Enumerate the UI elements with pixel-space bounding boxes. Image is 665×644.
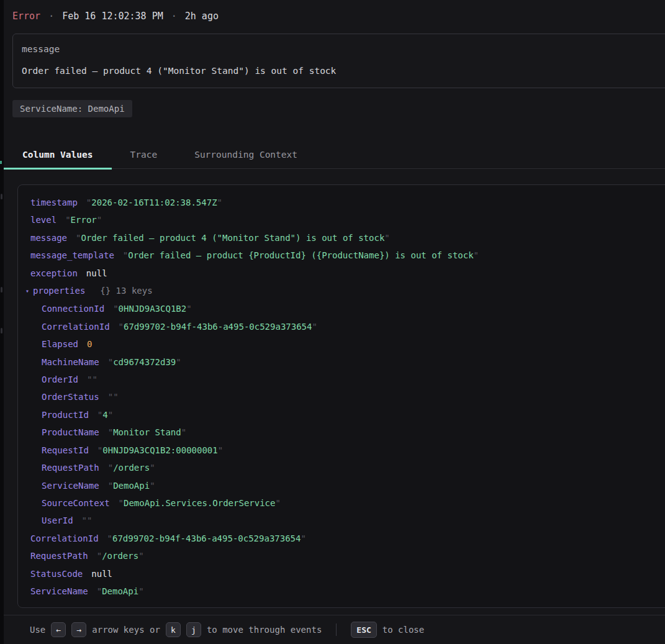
property-row-Elapsed: Elapsed0 <box>30 335 665 353</box>
k-key-icon: k <box>166 622 181 637</box>
property-key: StatusCode <box>30 569 83 579</box>
keyboard-hints-footer: Use ← → arrow keys or k j to move throug… <box>4 615 665 644</box>
property-key: OrderId <box>42 374 78 384</box>
property-key: RequestId <box>42 445 89 455</box>
footer-close-text: to close <box>382 625 424 635</box>
property-key: Elapsed <box>42 339 78 349</box>
property-value: "cd9674372d39" <box>108 357 181 367</box>
property-value: "Error" <box>65 215 102 225</box>
footer-move-text: to move through events <box>207 625 322 635</box>
property-row-ServiceName: ServiceName"DemoApi" <box>30 477 665 494</box>
event-level-label: Error <box>12 11 40 22</box>
detail-tabs: Column ValuesTraceSurrounding Context <box>4 143 665 169</box>
footer-or-text: arrow keys or <box>92 625 160 635</box>
property-row-UserId: UserId"" <box>30 512 665 529</box>
property-value: "Order failed — product {ProductId} ({Pr… <box>123 250 479 260</box>
property-key: OrderStatus <box>42 392 99 402</box>
tab-surrounding-context[interactable]: Surrounding Context <box>176 143 316 168</box>
property-value: "Monitor Stand" <box>108 427 186 437</box>
property-row-ProductId: ProductId"4" <box>30 406 665 424</box>
collapse-caret-icon[interactable]: ▾ <box>25 283 29 300</box>
property-key: properties <box>33 286 85 296</box>
property-key: message <box>30 233 67 243</box>
message-card: message Order failed — product 4 ("Monit… <box>12 34 665 88</box>
property-key: RequestPath <box>42 463 99 473</box>
property-key: UserId <box>42 515 73 525</box>
event-detail-content: Error · Feb 16 12:02:38 PM · 2h ago mess… <box>4 0 665 615</box>
property-value: "DemoApi" <box>108 481 155 491</box>
property-row-OrderStatus: OrderStatus"" <box>30 388 665 406</box>
property-key: ProductName <box>42 427 99 437</box>
event-header: Error · Feb 16 12:02:38 PM · 2h ago <box>12 11 665 22</box>
column-values-panel: timestamp"2026-02-16T11:02:38.547Z"level… <box>17 184 665 608</box>
property-key: exception <box>30 268 78 278</box>
property-key: CorrelationId <box>42 322 110 332</box>
property-value: null <box>86 268 107 278</box>
property-value: "/orders" <box>108 463 155 473</box>
property-key: MachineName <box>42 357 99 367</box>
property-value: "/orders" <box>97 551 144 561</box>
property-value: "67d99702-b94f-43b6-a495-0c529a373654" <box>119 322 317 332</box>
property-row-ProductName: ProductName"Monitor Stand" <box>30 424 665 441</box>
property-key: ServiceName <box>42 481 99 491</box>
property-value: "DemoApi" <box>97 586 144 596</box>
property-key: ConnectionId <box>42 304 104 314</box>
property-row-exception: exceptionnull <box>30 265 665 282</box>
underlay-artifact <box>1 194 2 199</box>
property-key: message_template <box>30 250 114 260</box>
property-value: 0 <box>87 339 92 349</box>
property-row-RequestPath: RequestPath"/orders" <box>30 459 665 476</box>
property-value: "0HNJD9A3CQ1B2:00000001" <box>97 445 223 455</box>
property-value: "Order failed — product 4 ("Monitor Stan… <box>76 233 390 243</box>
property-row-properties: ▾properties{} 13 keys <box>30 282 665 300</box>
arrow-right-key-icon: → <box>71 622 86 637</box>
event-detail-modal: Error · Feb 16 12:02:38 PM · 2h ago mess… <box>4 0 665 644</box>
separator-dot: · <box>171 11 177 22</box>
property-row-RequestPath: RequestPath"/orders" <box>30 547 665 565</box>
j-key-icon: j <box>186 622 201 637</box>
message-card-label: message <box>22 44 665 54</box>
footer-divider <box>336 624 337 636</box>
underlying-page-edge <box>0 0 4 644</box>
arrow-left-key-icon: ← <box>51 622 66 637</box>
property-row-timestamp: timestamp"2026-02-16T11:02:38.547Z" <box>30 194 665 211</box>
property-key: CorrelationId <box>30 533 99 543</box>
event-timestamp: Feb 16 12:02:38 PM <box>62 11 163 22</box>
property-value: "0HNJD9A3CQ1B2" <box>113 304 191 314</box>
property-row-level: level"Error" <box>30 211 665 229</box>
property-key: SourceContext <box>42 498 110 508</box>
property-row-ConnectionId: ConnectionId"0HNJD9A3CQ1B2" <box>30 300 665 317</box>
property-row-message_template: message_template"Order failed — product … <box>30 247 665 264</box>
property-value: "DemoApi.Services.OrderService" <box>119 498 281 508</box>
property-value: "" <box>82 515 93 525</box>
underlay-artifact <box>1 287 2 293</box>
property-rows: timestamp"2026-02-16T11:02:38.547Z"level… <box>30 194 665 600</box>
property-value: "4" <box>97 410 113 420</box>
tab-trace[interactable]: Trace <box>112 143 176 168</box>
underlay-accent-mark <box>0 161 2 164</box>
property-value: "2026-02-16T11:02:38.547Z" <box>86 197 222 207</box>
property-row-MachineName: MachineName"cd9674372d39" <box>30 353 665 371</box>
property-key: RequestPath <box>30 551 88 561</box>
footer-use-text: Use <box>30 625 45 635</box>
esc-key-icon: ESC <box>351 622 376 638</box>
property-row-RequestId: RequestId"0HNJD9A3CQ1B2:00000001" <box>30 442 665 459</box>
underlay-artifact <box>1 328 2 333</box>
property-key: timestamp <box>30 197 78 207</box>
message-card-text: Order failed — product 4 ("Monitor Stand… <box>22 66 665 76</box>
tab-column-values[interactable]: Column Values <box>4 143 112 168</box>
property-value: "" <box>87 374 97 384</box>
property-row-ServiceName: ServiceName"DemoApi" <box>30 583 665 600</box>
property-row-SourceContext: SourceContext"DemoApi.Services.OrderServ… <box>30 494 665 512</box>
property-key: ProductId <box>42 410 89 420</box>
property-key: level <box>30 215 57 225</box>
event-relative-time: 2h ago <box>185 11 219 22</box>
service-name-badge[interactable]: ServiceName: DemoApi <box>12 100 132 117</box>
property-value: "" <box>108 392 119 402</box>
property-row-message: message"Order failed — product 4 ("Monit… <box>30 229 665 247</box>
property-row-CorrelationId: CorrelationId"67d99702-b94f-43b6-a495-0c… <box>30 530 665 547</box>
property-value: null <box>91 569 112 579</box>
property-row-CorrelationId: CorrelationId"67d99702-b94f-43b6-a495-0c… <box>30 318 665 335</box>
property-row-OrderId: OrderId"" <box>30 371 665 388</box>
property-value: "67d99702-b94f-43b6-a495-0c529a373654" <box>107 533 306 543</box>
